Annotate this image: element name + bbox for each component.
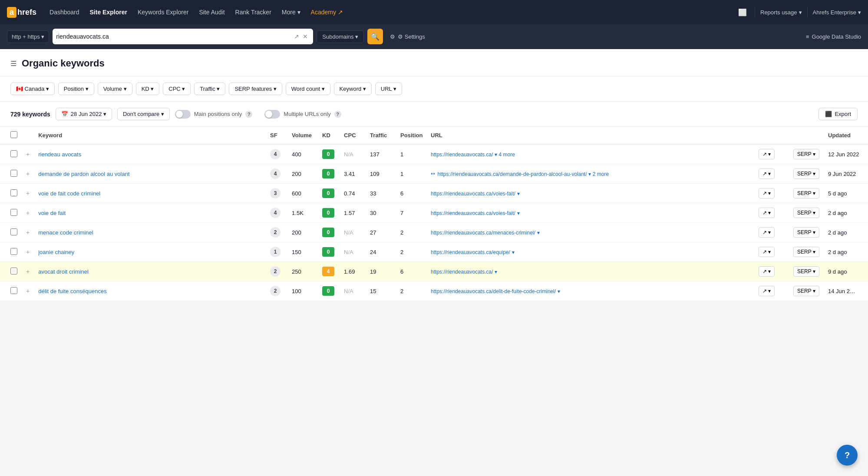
settings-button[interactable]: ⚙ ⚙ Settings: [390, 33, 425, 40]
nav-site-audit[interactable]: Site Audit: [195, 5, 229, 19]
ahrefs-logo[interactable]: a hrefs: [7, 7, 36, 18]
row-checkbox[interactable]: [10, 150, 17, 157]
url-link[interactable]: https://riendeauavocats.ca/voies-fait/: [431, 210, 515, 216]
search-button[interactable]: 🔍: [367, 29, 383, 44]
chart-btn[interactable]: ↗ ▾: [759, 169, 775, 179]
keyword-link[interactable]: voie de fait code criminel: [38, 190, 100, 197]
filter-traffic[interactable]: Traffic ▾: [194, 83, 225, 95]
url-more-link[interactable]: ▾: [517, 191, 520, 197]
col-url: URL: [427, 127, 755, 144]
serp-btn[interactable]: SERP ▾: [793, 247, 819, 257]
chart-btn[interactable]: ↗ ▾: [759, 286, 775, 296]
url-link[interactable]: https://riendeauavocats.ca/: [431, 152, 493, 158]
compare-dropdown[interactable]: Don't compare ▾: [117, 108, 170, 120]
chart-btn[interactable]: ↗ ▾: [759, 227, 775, 238]
serp-btn[interactable]: SERP ▾: [793, 188, 819, 198]
filter-word-count[interactable]: Word count ▾: [286, 83, 330, 95]
main-positions-toggle[interactable]: [175, 110, 191, 119]
date-picker-btn[interactable]: 📅 28 Jun 2022 ▾: [56, 108, 112, 120]
subdomains-dropdown[interactable]: Subdomains ▾: [317, 30, 364, 43]
url-link[interactable]: https://riendeauavocats.ca/equipe/: [431, 249, 510, 255]
row-expand-btn[interactable]: +: [24, 170, 31, 177]
url-link[interactable]: https://riendeauavocats.ca/: [431, 269, 493, 275]
open-external-icon[interactable]: ↗: [292, 31, 301, 42]
serp-btn[interactable]: SERP ▾: [793, 266, 819, 277]
main-positions-help-icon[interactable]: ?: [245, 111, 252, 118]
monitor-icon-btn[interactable]: ⬜: [736, 6, 749, 19]
filter-cpc[interactable]: CPC ▾: [163, 83, 191, 95]
serp-btn[interactable]: SERP ▾: [793, 286, 819, 296]
row-checkbox[interactable]: [10, 170, 17, 177]
url-more-link[interactable]: ▾: [495, 269, 497, 275]
row-expand-btn[interactable]: +: [24, 248, 31, 255]
row-expand-btn[interactable]: +: [24, 268, 31, 275]
row-updated-cell: 14 Jun 2…: [825, 281, 868, 301]
keyword-link[interactable]: demande de pardon alcool au volant: [38, 171, 129, 177]
filter-volume[interactable]: Volume ▾: [98, 83, 132, 95]
nav-keywords-explorer[interactable]: Keywords Explorer: [133, 5, 193, 19]
url-link[interactable]: https://riendeauavocats.ca/menaces-crimi…: [431, 230, 535, 236]
filter-position[interactable]: Position ▾: [58, 83, 94, 95]
keyword-link[interactable]: joanie chainey: [38, 249, 74, 255]
google-data-studio-btn[interactable]: ≡ Google Data Studio: [806, 33, 861, 40]
nav-rank-tracker[interactable]: Rank Tracker: [231, 5, 276, 19]
keyword-link[interactable]: menace code criminel: [38, 229, 93, 236]
row-checkbox[interactable]: [10, 248, 17, 255]
multiple-urls-help-icon[interactable]: ?: [334, 111, 341, 118]
row-checkbox-cell: [0, 144, 21, 164]
nav-site-explorer[interactable]: Site Explorer: [86, 5, 132, 19]
serp-btn[interactable]: SERP ▾: [793, 227, 819, 238]
filter-keyword[interactable]: Keyword ▾: [334, 83, 372, 95]
chart-btn[interactable]: ↗ ▾: [759, 188, 775, 198]
hamburger-icon[interactable]: ☰: [10, 60, 17, 68]
keyword-link[interactable]: voie de fait: [38, 210, 66, 216]
filter-country[interactable]: 🇨🇦 Canada ▾: [10, 83, 55, 95]
url-link[interactable]: https://riendeauavocats.ca/voies-fait/: [431, 191, 515, 197]
reports-usage-btn[interactable]: Reports usage ▾: [760, 9, 802, 16]
filter-serp-features[interactable]: SERP features ▾: [229, 83, 282, 95]
row-expand-btn[interactable]: +: [24, 229, 31, 236]
row-checkbox[interactable]: [10, 189, 17, 196]
url-input[interactable]: [56, 33, 292, 40]
url-more-link[interactable]: ▾: [537, 230, 540, 236]
protocol-dropdown[interactable]: http + https ▾: [7, 30, 49, 43]
row-checkbox[interactable]: [10, 228, 17, 235]
url-more-link[interactable]: ▾: [517, 210, 520, 216]
multiple-urls-toggle[interactable]: [264, 110, 280, 119]
nav-more[interactable]: More ▾: [277, 5, 305, 19]
url-more-link[interactable]: ▾ 2 more: [588, 171, 609, 177]
keyword-link[interactable]: avocat droit criminel: [38, 268, 89, 275]
keyword-link[interactable]: riendeau avocats: [38, 151, 81, 158]
keyword-link[interactable]: délit de fuite conséquences: [38, 288, 107, 294]
row-checkbox[interactable]: [10, 268, 17, 274]
row-expand-btn[interactable]: +: [24, 288, 31, 294]
row-checkbox[interactable]: [10, 209, 17, 216]
url-more-link[interactable]: ▾: [512, 249, 515, 255]
export-button[interactable]: ⬛ Export: [818, 108, 858, 120]
gds-icon: ≡: [806, 33, 809, 40]
nav-dashboard[interactable]: Dashboard: [45, 5, 84, 19]
serp-btn[interactable]: SERP ▾: [793, 169, 819, 179]
chart-btn[interactable]: ↗ ▾: [759, 208, 775, 218]
chart-btn[interactable]: ↗ ▾: [759, 149, 775, 159]
url-more-link[interactable]: ▾ 4 more: [495, 152, 515, 158]
chart-btn[interactable]: ↗ ▾: [759, 266, 775, 277]
row-expand-btn[interactable]: +: [24, 209, 31, 216]
row-checkbox[interactable]: [10, 287, 17, 294]
filter-url[interactable]: URL ▾: [375, 83, 402, 95]
url-link[interactable]: https://riendeauavocats.ca/demande-de-pa…: [438, 171, 587, 177]
row-expand-btn[interactable]: +: [24, 151, 31, 158]
filter-kd[interactable]: KD ▾: [136, 83, 160, 95]
enterprise-btn[interactable]: Ahrefs Enterprise ▾: [813, 9, 861, 16]
row-keyword-cell: avocat droit criminel: [35, 262, 267, 281]
select-all-checkbox[interactable]: [10, 131, 17, 138]
url-more-link[interactable]: ▾: [558, 288, 560, 294]
serp-btn[interactable]: SERP ▾: [793, 208, 819, 218]
serp-btn[interactable]: SERP ▾: [793, 149, 819, 159]
chart-btn[interactable]: ↗ ▾: [759, 247, 775, 257]
clear-url-icon[interactable]: ✕: [301, 31, 310, 42]
col-sf: SF: [267, 127, 288, 144]
url-link[interactable]: https://riendeauavocats.ca/delit-de-fuit…: [431, 288, 556, 294]
row-expand-btn[interactable]: +: [24, 190, 31, 197]
nav-academy[interactable]: Academy ↗: [307, 5, 347, 19]
